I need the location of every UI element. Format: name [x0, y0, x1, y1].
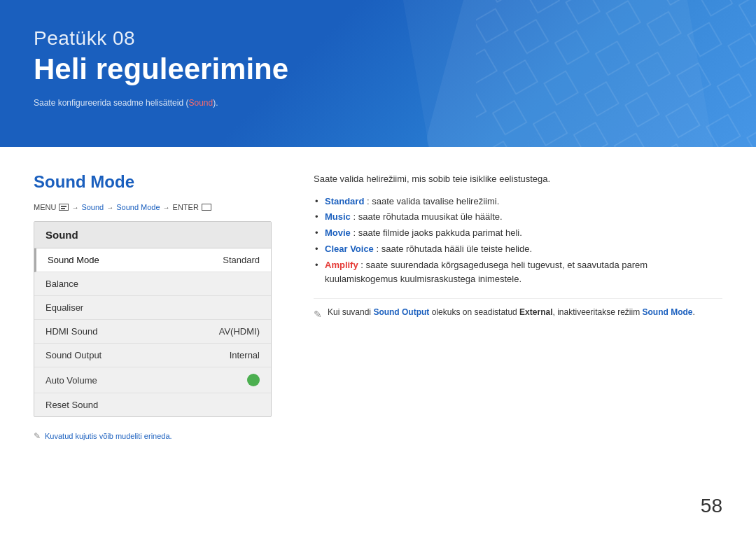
- bullet-amplify: Amplify : saate suurendada kõrgsageduseg…: [314, 258, 722, 288]
- section-title: Sound Mode: [34, 172, 272, 192]
- menu-item-sound-mode[interactable]: Sound Mode Standard: [34, 248, 271, 272]
- auto-volume-toggle[interactable]: [247, 374, 260, 386]
- equaliser-label: Equaliser: [46, 302, 83, 313]
- amplify-link: Amplify: [325, 260, 358, 270]
- menu-item-reset-sound[interactable]: Reset Sound: [34, 393, 271, 416]
- menu-item-hdmi-sound[interactable]: HDMI Sound AV(HDMI): [34, 320, 271, 344]
- bullet-music: Music : saate rõhutada muusikat üle hääl…: [314, 210, 722, 225]
- hdmi-sound-label: HDMI Sound: [46, 326, 97, 337]
- enter-icon: [202, 204, 211, 211]
- bullet-movie: Movie : saate filmide jaoks pakkuda pari…: [314, 226, 722, 241]
- header-title: Heli reguleerimine: [34, 52, 722, 87]
- hdmi-sound-value: AV(HDMI): [219, 326, 260, 337]
- enter-label: ENTER: [173, 203, 199, 211]
- intro-text: Saate valida helirežiimi, mis sobib teie…: [314, 172, 722, 186]
- pencil-icon: ✎: [34, 431, 41, 441]
- note-text: Kui suvandi Sound Output olekuks on sead…: [328, 306, 695, 319]
- balance-label: Balance: [46, 279, 78, 289]
- footer-note-text: Kuvatud kujutis võib mudeliti erineda.: [45, 432, 172, 440]
- right-panel: Saate valida helirežiimi, mis sobib teie…: [314, 172, 722, 441]
- svg-rect-1: [476, 0, 756, 147]
- main-content: Sound Mode MENU → Sound → Sound Mode → E…: [0, 147, 756, 455]
- bullet-list: Standard : saate valida tavalise helirež…: [314, 195, 722, 288]
- standard-link: Standard: [325, 196, 364, 206]
- footer-note: ✎ Kuvatud kujutis võib mudeliti erineda.: [34, 431, 272, 441]
- menu-item-sound-output[interactable]: Sound Output Internal: [34, 344, 271, 367]
- sound-output-value: Internal: [230, 350, 260, 360]
- header-subtitle: Saate konfigureerida seadme helisätteid …: [34, 98, 722, 108]
- menu-label: MENU: [34, 203, 56, 211]
- sound-menu: Sound Sound Mode Standard Balance Equali…: [34, 221, 272, 417]
- header-banner: Peatükk 08 Heli reguleerimine Saate konf…: [0, 0, 756, 147]
- bullet-standard: Standard : saate valida tavalise helirež…: [314, 195, 722, 209]
- bullet-clear-voice: Clear Voice : saate rõhutada hääli üle t…: [314, 242, 722, 257]
- note-box: ✎ Kui suvandi Sound Output olekuks on se…: [314, 298, 722, 322]
- header-chapter: Peatükk 08: [34, 27, 722, 50]
- movie-link: Movie: [325, 227, 351, 238]
- note-external: External: [519, 307, 552, 317]
- auto-volume-label: Auto Volume: [46, 375, 97, 386]
- nav-sound-mode: Sound Mode: [116, 203, 160, 211]
- note-sound-mode-link: Sound Mode: [643, 307, 693, 317]
- sound-mode-label: Sound Mode: [48, 255, 99, 265]
- menu-item-balance[interactable]: Balance: [34, 272, 271, 296]
- sound-menu-header: Sound: [34, 222, 271, 248]
- nav-path: MENU → Sound → Sound Mode → ENTER: [34, 203, 272, 211]
- reset-sound-label: Reset Sound: [46, 400, 98, 410]
- clear-voice-link: Clear Voice: [325, 244, 374, 254]
- left-panel: Sound Mode MENU → Sound → Sound Mode → E…: [34, 172, 272, 441]
- note-pencil-icon: ✎: [314, 307, 322, 322]
- menu-item-auto-volume[interactable]: Auto Volume: [34, 367, 271, 393]
- note-sound-output-link: Sound Output: [373, 307, 429, 317]
- page-number: 58: [701, 495, 722, 517]
- nav-sound: Sound: [81, 203, 104, 211]
- menu-icon: [59, 204, 69, 211]
- menu-item-equaliser[interactable]: Equaliser: [34, 296, 271, 320]
- diamond-pattern: [476, 0, 756, 147]
- music-link: Music: [325, 211, 351, 222]
- sound-output-label: Sound Output: [46, 350, 102, 360]
- header-link[interactable]: Sound: [188, 98, 213, 108]
- sound-mode-value: Standard: [223, 255, 260, 265]
